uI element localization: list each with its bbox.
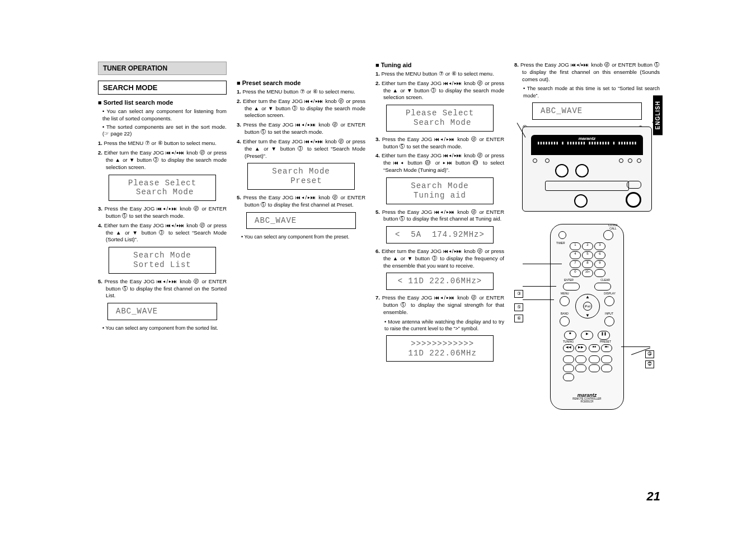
step-text: Press the Easy JOG ⏮◀/▶⏭ knob ⑮ or ENTER… (382, 136, 504, 149)
subhead-preset: Preset search mode (237, 79, 365, 86)
subhead-tuning-aid: Tuning aid (375, 62, 504, 68)
step-text: Press the Easy JOG ⏮◀/▶⏭ knob ⑮ or ENTER… (382, 209, 504, 222)
lcd-display: Please Select Search Mode (109, 175, 216, 202)
label-input: INPUT (605, 312, 613, 315)
step-text: Press the Easy JOG ⏮◀/▶⏭ knob ⑮ or ENTER… (243, 194, 365, 208)
subhead-sorted-list: Sorted list search mode (98, 99, 227, 106)
note-text: Move antenna while watching the display … (384, 318, 504, 332)
callout-23: ㉓ (645, 350, 654, 358)
step-text: Either turn the Easy JOG ⏮◀/▶⏭ knob ⑮ or… (104, 149, 227, 170)
search-mode-box: SEARCH MODE (98, 81, 227, 95)
step-1: 1. Press the MENU button ⑦ or ⑥ to selec… (237, 88, 365, 96)
note-text: You can select any component from the pr… (241, 233, 365, 240)
label-preset: PRESET (600, 340, 611, 343)
note-text: The search mode at this time is set to “… (523, 85, 660, 99)
step-4: 4. Either turn the Easy JOG ⏮◀/▶⏭ knob ⑮… (237, 138, 365, 160)
step-text: Either turn the Easy JOG ⏮◀/▶⏭ knob ⑮ or… (382, 152, 504, 173)
step-5: 5. Press the Easy JOG ⏮◀/▶⏭ knob ⑮ or EN… (375, 209, 504, 223)
remote-illustration: CLOCK CALL TIMER 1 2 3 4 5 6 7 8 9 0 10+ (550, 224, 624, 410)
step-3: 3. Press the Easy JOG ⏮◀/▶⏭ knob ⑮ or EN… (375, 136, 504, 151)
lcd-display: ABC_WAVE (532, 102, 642, 120)
step-3: 3. Press the Easy JOG ⏮◀/▶⏭ knob ⑮ or EN… (98, 205, 227, 220)
lcd-display: >>>>>>>>>>>> 11D 222.06MHz (386, 335, 494, 362)
step-text: Either turn the Easy JOG ⏮◀/▶⏭ knob ⑮ or… (243, 138, 365, 159)
step-text: Either turn the Easy JOG ⏮◀/▶⏭ knob ⑮ or… (382, 80, 504, 101)
column-2: Preset search mode 1. Press the MENU but… (237, 62, 365, 410)
label-clear: CLEAR (600, 278, 610, 282)
callout-6: ⑥ (514, 315, 523, 322)
step-text: Either turn the Easy JOG ⏮◀/▶⏭ knob ⑮ or… (104, 222, 227, 243)
step-1: 1. Press the MENU ⑦ or ⑥ button to selec… (98, 140, 227, 147)
step-1: 1. Press the MENU button ⑦ or ⑥ to selec… (375, 71, 504, 78)
step-text: Press the MENU ⑦ or ⑥ button to select m… (104, 140, 217, 146)
step-2: 2. Either turn the Easy JOG ⏮◀/▶⏭ knob ⑮… (98, 149, 227, 171)
bullet-text: You can select any component for listeni… (102, 108, 227, 123)
label-timer: TIMER (556, 241, 565, 245)
step-text: Press the Easy JOG ⏮◀/▶⏭ knob ⑮ or ENTER… (382, 294, 504, 315)
step-7: 7. Press the Easy JOG ⏮◀/▶⏭ knob ⑮ or EN… (375, 294, 504, 316)
label-ipod: iPod (583, 302, 592, 311)
step-text: Press the MENU button ⑦ or ⑥ to select m… (243, 88, 355, 95)
lcd-display: ABC_WAVE (246, 212, 356, 229)
step-text: Press the Easy JOG ⏮◀/▶⏭ knob ⑮ or ENTER… (105, 205, 227, 219)
step-8: 8. Press the Easy JOG ⏮◀/▶⏭ knob ⑮ or EN… (514, 62, 660, 83)
step-4: 4. Either turn the Easy JOG ⏮◀/▶⏭ knob ⑮… (375, 152, 504, 174)
label-tuning: TUNING (563, 340, 574, 343)
step-4: 4. Either turn the Easy JOG ⏮◀/▶⏭ knob ⑮… (98, 222, 227, 243)
label-enter: ENTER (564, 278, 574, 282)
step-5: 5. Press the Easy JOG ⏮◀/▶⏭ knob ⑮ or EN… (237, 194, 365, 209)
step-5: 5. Press the Easy JOG ⏮◀/▶⏭ knob ⑮ or EN… (98, 278, 227, 299)
step-6: 6. Either turn the Easy JOG ⏮◀/▶⏭ knob ⑮… (375, 248, 504, 269)
callout-5: ⑤ (514, 303, 523, 311)
language-tab: ENGLISH (653, 95, 663, 135)
step-text: Press the Easy JOG ⏮◀/▶⏭ knob ⑮ or ENTER… (243, 121, 365, 135)
callout-3: ③ (514, 290, 523, 298)
column-1: TUNER OPERATION SEARCH MODE Sorted list … (98, 62, 227, 410)
column-4: 8. Press the Easy JOG ⏮◀/▶⏭ knob ⑮ or EN… (514, 62, 660, 410)
label-band: BAND (561, 312, 569, 315)
callout-22: ㉒ (645, 360, 654, 368)
step-text: Either turn the Easy JOG ⏮◀/▶⏭ knob ⑮ or… (382, 248, 504, 269)
lcd-display: Please Select Search Mode (386, 105, 494, 132)
page-container: TUNER OPERATION SEARCH MODE Sorted list … (98, 62, 666, 498)
page-number: 21 (647, 489, 660, 504)
step-text: Press the Easy JOG ⏮◀/▶⏭ knob ⑮ or ENTER… (105, 278, 227, 299)
lcd-display: ABC_WAVE (107, 303, 217, 320)
step-3: 3. Press the Easy JOG ⏮◀/▶⏭ knob ⑮ or EN… (237, 121, 365, 136)
lcd-display: < 11D 222.06MHz> (386, 273, 494, 290)
device-illustration: marantz ▮▮▮▮▮▮▮▮ ▮ ▮▮▮▮▮▮▮ ▮▮▮▮▮▮▮▮ ▮ ▮▮… (522, 127, 652, 212)
bullet-text: The sorted components are set in the sor… (102, 124, 227, 138)
label-menu: MENU (561, 292, 569, 295)
lcd-display: < 5A 174.92MHz> (386, 226, 494, 243)
section-bar: TUNER OPERATION (98, 62, 227, 75)
lcd-display: Search Mode Preset (247, 163, 355, 190)
step-2: 2. Either turn the Easy JOG ⏮◀/▶⏭ knob ⑮… (237, 98, 365, 119)
device-display-bars: ▮▮▮▮▮▮▮▮ ▮ ▮▮▮▮▮▮▮ ▮▮▮▮▮▮▮▮ ▮ ▮▮▮▮▮▮▮ (531, 141, 643, 146)
step-text: Either turn the Easy JOG ⏮◀/▶⏭ knob ⑮ or… (243, 98, 365, 119)
lcd-display: Search Mode Sorted List (109, 247, 216, 274)
step-text: Press the Easy JOG ⏮◀/▶⏭ knob ⑮ or ENTER… (520, 62, 660, 82)
step-2: 2. Either turn the Easy JOG ⏮◀/▶⏭ knob ⑮… (375, 80, 504, 101)
lcd-display: Search Mode Tuning aid (386, 177, 494, 204)
column-3: Tuning aid 1. Press the MENU button ⑦ or… (375, 62, 504, 410)
note-text: You can select any component from the so… (102, 325, 227, 331)
label-clock: CLOCK CALL (608, 223, 618, 230)
remote-model: REMOTE CONTROLLER RC6001CR (551, 398, 623, 404)
label-display: DISPLAY (604, 292, 616, 295)
step-text: Press the MENU button ⑦ or ⑥ to select m… (382, 71, 494, 77)
